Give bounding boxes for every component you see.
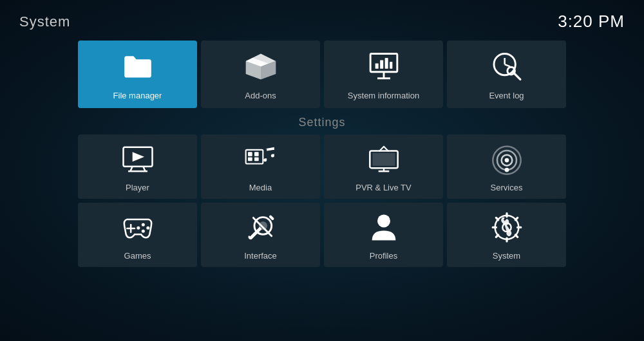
media-icon (242, 141, 280, 176)
tile-event-log[interactable]: Event log (447, 41, 566, 108)
gamepad-icon (118, 209, 157, 244)
svg-rect-10 (390, 62, 392, 69)
svg-point-42 (137, 226, 140, 229)
svg-point-41 (141, 229, 144, 232)
tile-player[interactable]: Player (78, 134, 197, 199)
svg-point-35 (504, 158, 509, 162)
tile-system-information[interactable]: System information (324, 41, 443, 108)
interface-label: Interface (244, 251, 277, 261)
header: System 3:20 PM (0, 0, 644, 38)
gear-tools-icon (488, 209, 526, 244)
svg-rect-4 (370, 53, 397, 71)
svg-line-54 (496, 217, 498, 219)
system-label: System (493, 251, 520, 261)
clock: 3:20 PM (558, 12, 625, 32)
tile-file-manager[interactable]: File manager (78, 41, 197, 108)
tv-icon (365, 141, 403, 176)
profiles-label: Profiles (370, 251, 397, 261)
event-log-label: Event log (489, 91, 524, 100)
settings-row-1: Player Media (0, 134, 644, 199)
svg-line-46 (270, 216, 272, 218)
svg-point-47 (377, 214, 390, 227)
svg-rect-9 (384, 58, 388, 69)
svg-line-56 (515, 217, 517, 219)
file-manager-label: File manager (113, 91, 162, 100)
tile-interface[interactable]: Interface (201, 203, 320, 267)
services-label: Services (491, 183, 523, 192)
svg-rect-25 (254, 157, 259, 161)
monitor-play-icon (118, 141, 157, 176)
media-label: Media (249, 183, 272, 192)
system-information-label: System information (348, 91, 419, 100)
page-title: System (19, 14, 70, 30)
tile-profiles[interactable]: Profiles (324, 203, 443, 267)
folder-icon (118, 49, 157, 84)
tile-media[interactable]: Media (201, 134, 320, 199)
svg-rect-29 (372, 152, 395, 165)
svg-rect-22 (248, 152, 252, 156)
svg-point-44 (258, 221, 267, 230)
presentation-icon (365, 49, 403, 84)
tile-pvr-live-tv[interactable]: PVR & Live TV (324, 134, 443, 199)
svg-rect-21 (245, 149, 263, 163)
clock-search-icon (488, 49, 526, 84)
svg-marker-17 (132, 152, 144, 161)
person-icon (365, 209, 403, 244)
settings-row-2: Games Interface (0, 203, 644, 267)
svg-line-13 (504, 64, 509, 66)
settings-section: Settings Player (0, 116, 644, 267)
add-ons-label: Add-ons (245, 91, 276, 100)
svg-rect-24 (248, 157, 252, 161)
tile-system[interactable]: System (447, 203, 566, 267)
settings-title: Settings (0, 116, 644, 129)
player-label: Player (126, 183, 149, 192)
svg-rect-8 (380, 60, 383, 68)
svg-line-55 (515, 235, 517, 237)
box-icon (242, 49, 280, 84)
svg-line-57 (496, 235, 498, 237)
svg-point-39 (141, 223, 144, 226)
top-navigation-row: File manager Add-ons (0, 41, 644, 108)
pvr-live-tv-label: PVR & Live TV (355, 183, 411, 192)
tile-add-ons[interactable]: Add-ons (201, 41, 320, 108)
tile-games[interactable]: Games (78, 203, 197, 267)
wrench-pencil-icon (242, 209, 280, 244)
svg-point-40 (146, 226, 149, 229)
tile-services[interactable]: Services (447, 134, 566, 199)
svg-rect-7 (375, 63, 378, 68)
svg-point-36 (504, 167, 509, 172)
svg-rect-23 (254, 152, 259, 156)
rss-icon (488, 141, 526, 176)
games-label: Games (124, 251, 151, 261)
